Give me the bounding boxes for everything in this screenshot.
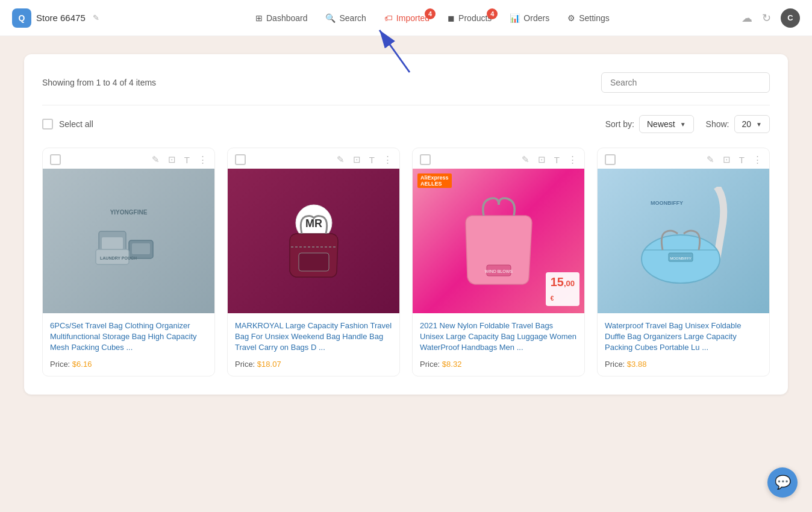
maroon-bag-svg: MR xyxy=(266,193,362,289)
svg-text:LAUNDRY POUCH: LAUNDRY POUCH xyxy=(100,256,137,260)
product-card-header-2: ✎ ⊡ T ⋮ xyxy=(228,148,399,169)
edit-store-icon[interactable]: ✎ xyxy=(93,13,99,22)
edit-icon-1[interactable]: ✎ xyxy=(152,154,160,165)
product-image-2: MR xyxy=(228,169,399,313)
avatar[interactable]: C xyxy=(781,8,800,28)
product-image-wrap-2: MR xyxy=(228,169,399,313)
showing-text: Showing from 1 to 4 of 4 items xyxy=(42,78,156,87)
chat-bubble[interactable]: 💬 xyxy=(767,467,798,498)
svg-rect-11 xyxy=(299,253,329,271)
svg-rect-5 xyxy=(132,243,150,254)
nav-item-search[interactable]: 🔍 Search xyxy=(325,13,366,23)
lightblue-bag-svg: MOONBIFFY MOONBIFFY xyxy=(632,187,735,295)
image-icon-1[interactable]: ⊡ xyxy=(168,154,176,165)
image-icon-4[interactable]: ⊡ xyxy=(723,154,731,165)
product-checkbox-3[interactable] xyxy=(420,154,431,165)
show-chevron-icon: ▼ xyxy=(756,121,762,128)
text-icon-4[interactable]: T xyxy=(739,155,745,165)
logo-area: Q Store 66475 ✎ xyxy=(12,8,99,28)
more-icon-1[interactable]: ⋮ xyxy=(198,154,207,165)
product-price-2: Price: $18.07 xyxy=(235,360,392,369)
more-icon-2[interactable]: ⋮ xyxy=(383,154,392,165)
product-card-header-4: ✎ ⊡ T ⋮ xyxy=(598,148,769,169)
main-content: Showing from 1 to 4 of 4 items Select al… xyxy=(0,36,812,413)
product-image-3: AliExpressAELLES WIND BLOWS 15,00€ xyxy=(413,169,584,313)
show-label: Show: xyxy=(706,119,729,129)
svg-text:MOONBIFFY: MOONBIFFY xyxy=(651,200,683,206)
nav-item-dashboard[interactable]: ⊞ Dashboard xyxy=(255,13,308,23)
product-title-3[interactable]: 2021 New Nylon Foldable Travel Bags Unis… xyxy=(420,320,577,354)
show-dropdown[interactable]: 20 ▼ xyxy=(734,115,770,133)
product-image-wrap-4: MOONBIFFY MOONBIFFY xyxy=(598,169,769,313)
product-price-3: Price: $8.32 xyxy=(420,360,577,369)
nav-item-products[interactable]: ◼ Products 4 xyxy=(448,13,492,23)
header: Q Store 66475 ✎ ⊞ Dashboard 🔍 Search 🏷 I… xyxy=(0,0,812,36)
search-input[interactable] xyxy=(601,72,770,93)
show-group: Show: 20 ▼ xyxy=(706,115,770,133)
text-icon-2[interactable]: T xyxy=(369,155,375,165)
content-card: Showing from 1 to 4 of 4 items Select al… xyxy=(24,54,788,395)
imported-icon: 🏷 xyxy=(384,13,393,23)
edit-icon-2[interactable]: ✎ xyxy=(337,154,345,165)
refresh-icon[interactable]: ↻ xyxy=(762,11,771,25)
products-icon: ◼ xyxy=(448,13,455,23)
product-title-2[interactable]: MARKROYAL Large Capacity Fashion Travel … xyxy=(235,320,392,354)
card-icons-2: ✎ ⊡ T ⋮ xyxy=(337,154,392,165)
more-icon-3[interactable]: ⋮ xyxy=(568,154,577,165)
divider xyxy=(42,105,770,105)
product-price-4: Price: $3.88 xyxy=(605,360,762,369)
text-icon-3[interactable]: T xyxy=(554,155,560,165)
card-icons-4: ✎ ⊡ T ⋮ xyxy=(707,154,762,165)
product-checkbox-2[interactable] xyxy=(235,154,246,165)
edit-icon-3[interactable]: ✎ xyxy=(522,154,529,165)
search-nav-icon: 🔍 xyxy=(325,13,336,23)
select-all-checkbox[interactable] xyxy=(42,119,53,130)
svg-text:MOONBIFFY: MOONBIFFY xyxy=(670,257,692,260)
nav-item-settings[interactable]: ⚙ Settings xyxy=(567,13,610,23)
main-nav: ⊞ Dashboard 🔍 Search 🏷 Imported 4 ◼ Prod… xyxy=(123,13,742,23)
store-name: Store 66475 xyxy=(36,13,86,23)
product-checkbox-1[interactable] xyxy=(50,154,61,165)
product-info-4: Waterproof Travel Bag Unisex Foldable Du… xyxy=(598,313,769,376)
image-icon-2[interactable]: ⊡ xyxy=(353,154,361,165)
product-price-value-2: $18.07 xyxy=(257,360,281,369)
chat-icon: 💬 xyxy=(775,475,791,490)
product-image-1: YIYONGFINE LAUNDRY POUCH xyxy=(43,169,214,313)
product-card-1: ✎ ⊡ T ⋮ YIYONGFINE xyxy=(42,148,215,376)
product-price-value-3: $8.32 xyxy=(442,360,462,369)
product-card-4: ✎ ⊡ T ⋮ MOONBIFFY xyxy=(597,148,770,376)
nav-item-orders[interactable]: 📊 Orders xyxy=(510,13,549,23)
svg-rect-3 xyxy=(102,237,123,249)
text-icon-1[interactable]: T xyxy=(184,155,190,165)
more-icon-4[interactable]: ⋮ xyxy=(753,154,762,165)
header-right: ☁ ↻ C xyxy=(742,8,800,28)
sort-show-area: Sort by: Newest ▼ Show: 20 ▼ xyxy=(605,115,770,133)
product-image-wrap-3: AliExpressAELLES WIND BLOWS 15,00€ xyxy=(413,169,584,313)
product-title-4[interactable]: Waterproof Travel Bag Unisex Foldable Du… xyxy=(605,320,762,354)
sort-value: Newest xyxy=(647,119,675,129)
product-card-2: ✎ ⊡ T ⋮ MR xyxy=(227,148,400,376)
cloud-icon[interactable]: ☁ xyxy=(742,11,752,25)
product-checkbox-4[interactable] xyxy=(605,154,616,165)
edit-icon-4[interactable]: ✎ xyxy=(707,154,714,165)
sort-by-label: Sort by: xyxy=(605,119,634,129)
settings-icon: ⚙ xyxy=(567,13,575,23)
image-icon-3[interactable]: ⊡ xyxy=(538,154,546,165)
product-info-2: MARKROYAL Large Capacity Fashion Travel … xyxy=(228,313,399,376)
card-icons-1: ✎ ⊡ T ⋮ xyxy=(152,154,207,165)
nav-label-dashboard: Dashboard xyxy=(266,13,308,23)
nav-item-imported[interactable]: 🏷 Imported 4 xyxy=(384,13,429,23)
product-info-3: 2021 New Nylon Foldable Travel Bags Unis… xyxy=(413,313,584,376)
show-value: 20 xyxy=(742,119,752,129)
nav-label-orders: Orders xyxy=(523,13,549,23)
product-image-4: MOONBIFFY MOONBIFFY xyxy=(598,169,769,313)
products-badge: 4 xyxy=(487,8,498,19)
svg-text:WIND BLOWS: WIND BLOWS xyxy=(485,269,513,273)
sort-dropdown[interactable]: Newest ▼ xyxy=(639,115,694,133)
product-title-1[interactable]: 6PCs/Set Travel Bag Clothing Organizer M… xyxy=(50,320,207,354)
orders-icon: 📊 xyxy=(510,13,520,23)
card-icons-3: ✎ ⊡ T ⋮ xyxy=(522,154,577,165)
nav-label-settings: Settings xyxy=(579,13,610,23)
select-all-label[interactable]: Select all xyxy=(59,119,93,129)
sort-group: Sort by: Newest ▼ xyxy=(605,115,694,133)
